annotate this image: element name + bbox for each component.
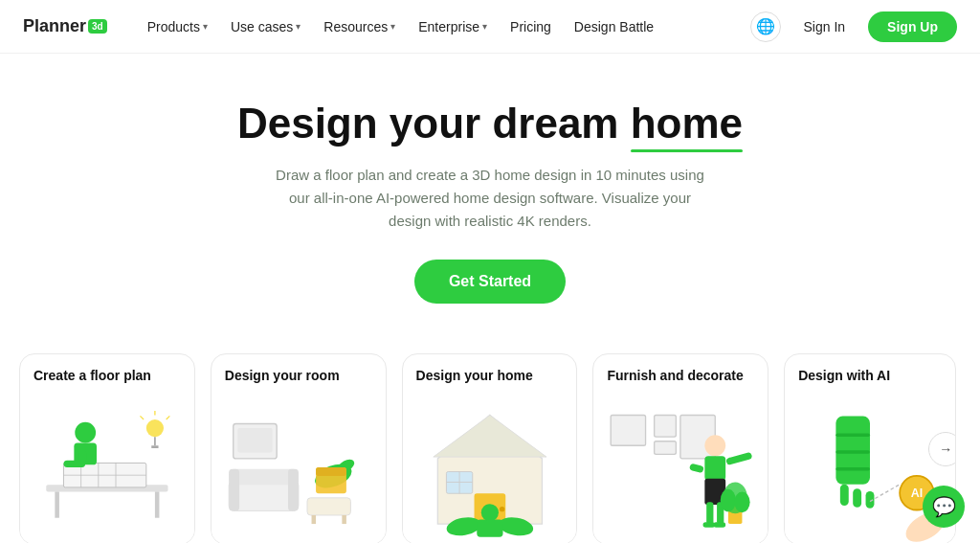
chevron-icon: ▾ <box>482 21 487 32</box>
svg-point-47 <box>705 435 726 456</box>
svg-rect-19 <box>237 428 272 452</box>
svg-rect-11 <box>79 449 86 462</box>
svg-rect-52 <box>707 502 714 524</box>
nav-item-products[interactable]: Products ▾ <box>138 13 217 40</box>
svg-point-34 <box>499 506 503 510</box>
language-button[interactable]: 🌐 <box>750 11 781 42</box>
svg-rect-25 <box>311 515 316 524</box>
card-image-floor-plan <box>20 391 194 543</box>
card-furnish: Furnish and decorate <box>592 353 768 543</box>
svg-line-17 <box>140 416 144 419</box>
svg-rect-55 <box>714 522 726 527</box>
svg-rect-66 <box>836 467 871 471</box>
chat-icon: 💬 <box>932 495 956 518</box>
globe-icon: 🌐 <box>756 17 775 35</box>
svg-rect-44 <box>655 415 677 437</box>
svg-rect-26 <box>342 515 346 524</box>
svg-rect-14 <box>151 445 158 448</box>
feature-cards: Create a floor plan <box>0 338 980 543</box>
logo-text: Planner <box>23 16 86 36</box>
sign-in-button[interactable]: Sign In <box>792 13 858 40</box>
svg-rect-50 <box>726 451 753 464</box>
svg-point-58 <box>721 488 736 511</box>
hero-section: Design your dream home Draw a floor plan… <box>0 54 980 338</box>
svg-line-16 <box>167 416 170 419</box>
svg-line-69 <box>870 484 900 501</box>
svg-marker-32 <box>433 415 546 457</box>
card-title-design-home: Design your home <box>403 354 577 391</box>
svg-rect-63 <box>866 491 875 509</box>
svg-rect-43 <box>612 415 646 445</box>
svg-rect-65 <box>836 450 871 454</box>
card-image-furnish <box>593 391 768 543</box>
card-title-design-room: Design your room <box>212 354 386 391</box>
svg-rect-23 <box>288 468 299 510</box>
nav-item-enterprise[interactable]: Enterprise ▾ <box>409 13 497 40</box>
card-title-design-ai: Design with AI <box>785 354 955 391</box>
chevron-icon: ▾ <box>390 21 395 32</box>
svg-rect-62 <box>853 488 861 508</box>
svg-rect-54 <box>703 522 716 527</box>
navbar: Planner 3d Products ▾ Use cases ▾ Resour… <box>0 0 980 54</box>
chevron-icon: ▾ <box>296 21 301 32</box>
chevron-icon: ▾ <box>203 21 208 32</box>
nav-links: Products ▾ Use cases ▾ Resources ▾ Enter… <box>138 13 750 40</box>
nav-item-pricing[interactable]: Pricing <box>501 13 561 40</box>
nav-item-usecases[interactable]: Use cases ▾ <box>221 13 310 40</box>
svg-point-59 <box>735 491 750 512</box>
card-title-floor-plan: Create a floor plan <box>20 354 194 391</box>
svg-rect-64 <box>836 433 871 437</box>
svg-point-42 <box>480 504 498 521</box>
svg-rect-41 <box>477 519 502 536</box>
logo[interactable]: Planner 3d <box>23 16 107 36</box>
next-arrow-button[interactable]: → <box>928 432 956 466</box>
svg-rect-30 <box>316 467 346 476</box>
get-started-button[interactable]: Get Started <box>414 260 566 304</box>
card-title-furnish: Furnish and decorate <box>593 354 768 391</box>
nav-item-design-battle[interactable]: Design Battle <box>565 13 663 40</box>
logo-badge: 3d <box>88 19 107 34</box>
card-design-home: Design your home <box>402 353 578 543</box>
chat-button[interactable]: 💬 <box>923 486 965 528</box>
svg-rect-22 <box>229 468 239 510</box>
hero-title: Design your dream home <box>23 100 957 148</box>
card-image-design-room <box>212 391 386 543</box>
svg-rect-48 <box>705 456 726 480</box>
svg-rect-51 <box>689 463 704 473</box>
hero-subtitle: Draw a floor plan and create a 3D home d… <box>270 164 710 233</box>
svg-text:AI: AI <box>911 486 923 500</box>
svg-rect-61 <box>840 484 849 505</box>
svg-point-12 <box>146 419 164 437</box>
sign-up-button[interactable]: Sign Up <box>868 11 957 42</box>
svg-rect-24 <box>307 497 350 514</box>
svg-rect-45 <box>655 441 677 454</box>
svg-rect-2 <box>155 491 160 517</box>
svg-point-8 <box>75 421 96 442</box>
arrow-right-icon: → <box>939 441 952 457</box>
nav-item-resources[interactable]: Resources ▾ <box>314 13 405 40</box>
card-image-design-home <box>403 391 577 543</box>
nav-actions: 🌐 Sign In Sign Up <box>750 11 957 42</box>
card-floor-plan: Create a floor plan <box>19 353 195 543</box>
card-design-room: Design your room <box>211 353 387 543</box>
svg-rect-1 <box>55 491 59 517</box>
